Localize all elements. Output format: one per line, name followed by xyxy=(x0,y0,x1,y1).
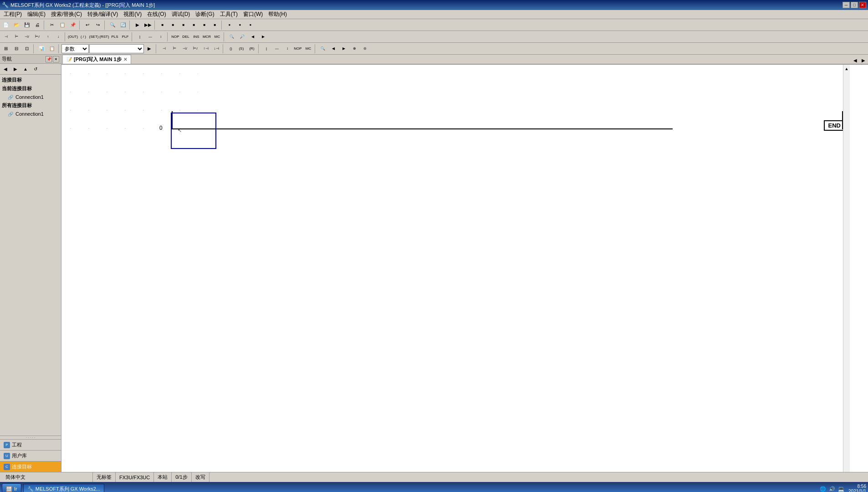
editor-tab-main[interactable]: 📝 [PRG]写入 MAIN 1步 ✕ xyxy=(62,55,131,64)
tb2-e5[interactable]: MC xyxy=(212,32,222,42)
tb2-d1[interactable]: | xyxy=(135,32,145,42)
tb2-f4[interactable]: ▶ xyxy=(258,32,268,42)
btn-a6[interactable]: ■ xyxy=(210,20,220,30)
tb2-b2[interactable]: ⊢ xyxy=(11,32,21,42)
program-canvas[interactable]: 0 ↖ END ▲ xyxy=(61,65,868,472)
btn-a5[interactable]: ■ xyxy=(199,20,209,30)
tb3-f5[interactable]: MC xyxy=(303,44,313,54)
tb2-e2[interactable]: DEL xyxy=(181,32,191,42)
tb3-e2[interactable]: (S) xyxy=(236,44,246,54)
tb2-b6[interactable]: ↓ xyxy=(53,32,63,42)
nav-item-connection1-all[interactable]: 🔗 Connection1 xyxy=(0,110,61,118)
nav-forward-button[interactable]: ▶ xyxy=(11,65,20,74)
menu-item-edit[interactable]: 编辑(E) xyxy=(25,10,48,19)
tb2-f1[interactable]: 🔍 xyxy=(227,32,237,42)
tb3-a3[interactable]: ⊡ xyxy=(22,44,32,54)
tb2-b3[interactable]: ⊣/ xyxy=(22,32,32,42)
btn-b3[interactable]: ● xyxy=(245,20,255,30)
tb2-e3[interactable]: INS xyxy=(191,32,201,42)
replace-button[interactable]: 🔄 xyxy=(118,20,128,30)
tb3-g5[interactable]: ⊝ xyxy=(360,44,370,54)
print-button[interactable]: 🖨 xyxy=(32,20,42,30)
new-button[interactable]: 📄 xyxy=(1,20,11,30)
btn-b2[interactable]: ● xyxy=(235,20,245,30)
tab-left-arrow[interactable]: ◀ xyxy=(852,57,859,64)
tb2-f3[interactable]: ◀ xyxy=(248,32,258,42)
tb3-g3[interactable]: ▶ xyxy=(339,44,349,54)
tb3-b2[interactable]: 📋 xyxy=(47,44,57,54)
btn-a3[interactable]: ■ xyxy=(179,20,189,30)
nav-tab-connection[interactable]: C 连接目标 xyxy=(0,461,61,472)
nav-tab-project[interactable]: P 工程 xyxy=(0,439,61,450)
redo-button[interactable]: ↪ xyxy=(93,20,103,30)
nav-item-connection1-current[interactable]: 🔗 Connection1 xyxy=(0,93,61,101)
btn-b1[interactable]: ● xyxy=(225,20,235,30)
menu-item-online[interactable]: 在线(O) xyxy=(144,10,168,19)
tb3-a1[interactable]: ⊞ xyxy=(1,44,11,54)
tb2-f2[interactable]: 🔎 xyxy=(237,32,247,42)
nav-resize-handle[interactable]: · · · · · xyxy=(0,436,61,439)
right-scroll-up[interactable]: ▲ xyxy=(845,67,849,71)
tb3-g2[interactable]: ◀ xyxy=(328,44,338,54)
tb3-g1[interactable]: 🔍 xyxy=(318,44,328,54)
compile-button[interactable]: ▶ xyxy=(133,20,143,30)
nav-refresh-button[interactable]: ↺ xyxy=(31,65,40,74)
tb3-e3[interactable]: (R) xyxy=(247,44,257,54)
tb2-b5[interactable]: ↑ xyxy=(43,32,53,42)
cut-button[interactable]: ✂ xyxy=(47,20,57,30)
tab-close-button[interactable]: ✕ xyxy=(123,57,127,62)
all-compile-button[interactable]: ▶▶ xyxy=(143,20,153,30)
nav-pin-button[interactable]: 📌 xyxy=(46,56,52,62)
taskbar-app-gxworks[interactable]: 🔧 MELSOFT系列 GX Works2... xyxy=(23,484,104,492)
title-bar-controls[interactable]: ─ □ ✕ xyxy=(842,2,866,8)
btn-a1[interactable]: ■ xyxy=(158,20,168,30)
minimize-button[interactable]: ─ xyxy=(842,2,850,8)
find-button[interactable]: 🔍 xyxy=(107,20,117,30)
menu-item-diagnose[interactable]: 诊断(G) xyxy=(193,10,217,19)
tb3-g4[interactable]: ⊕ xyxy=(349,44,359,54)
selected-cell[interactable] xyxy=(171,113,216,149)
tb2-d3[interactable]: ↕ xyxy=(156,32,166,42)
tb3-d4[interactable]: ⊢/ xyxy=(190,44,200,54)
tb3-f4[interactable]: NOP xyxy=(293,44,303,54)
nav-back-button[interactable]: ◀ xyxy=(1,65,10,74)
tb2-c6[interactable]: PLF xyxy=(120,32,130,42)
tb2-c3[interactable]: (SET) xyxy=(89,32,99,42)
menu-item-window[interactable]: 窗口(W) xyxy=(240,10,266,19)
start-button[interactable]: 🪟 Ir xyxy=(2,483,21,492)
tb3-a2[interactable]: ⊟ xyxy=(11,44,21,54)
tb3-d5[interactable]: ↑⊣ xyxy=(201,44,211,54)
maximize-button[interactable]: □ xyxy=(851,2,858,8)
btn-a2[interactable]: ■ xyxy=(168,20,178,30)
tb3-d3[interactable]: ⊣/ xyxy=(180,44,190,54)
func-select[interactable] xyxy=(89,44,144,53)
nav-up-button[interactable]: ▲ xyxy=(21,65,30,74)
menu-item-help[interactable]: 帮助(H) xyxy=(266,10,290,19)
tb2-c5[interactable]: PLS xyxy=(110,32,120,42)
tb2-e1[interactable]: NOP xyxy=(170,32,180,42)
save-button[interactable]: 💾 xyxy=(22,20,32,30)
tb3-c1[interactable]: ▶ xyxy=(144,44,154,54)
tab-scroll-arrows[interactable]: ◀ ▶ xyxy=(852,57,867,64)
tray-sound-icon[interactable]: 🔊 xyxy=(828,485,836,492)
menu-item-view[interactable]: 视图(V) xyxy=(121,10,144,19)
tb3-e1[interactable]: () xyxy=(226,44,236,54)
tray-system-icon[interactable]: 💻 xyxy=(837,485,845,492)
tb2-b4[interactable]: ⊢/ xyxy=(32,32,42,42)
nav-close-button[interactable]: ✕ xyxy=(53,56,59,62)
undo-button[interactable]: ↩ xyxy=(82,20,92,30)
copy-button[interactable]: 📋 xyxy=(57,20,67,30)
tb3-f2[interactable]: — xyxy=(272,44,282,54)
tab-right-arrow[interactable]: ▶ xyxy=(860,57,867,64)
menu-item-search[interactable]: 搜索/替换(C) xyxy=(48,10,85,19)
param-select[interactable]: 参数 xyxy=(61,44,89,53)
tb2-d2[interactable]: — xyxy=(145,32,155,42)
tb3-f1[interactable]: | xyxy=(261,44,271,54)
tb2-c4[interactable]: (RST) xyxy=(99,32,109,42)
paste-button[interactable]: 📌 xyxy=(68,20,78,30)
tb2-e4[interactable]: MCR xyxy=(202,32,212,42)
open-button[interactable]: 📂 xyxy=(11,20,21,30)
nav-header-controls[interactable]: 📌 ✕ xyxy=(46,56,59,62)
tb2-b1[interactable]: ⊣ xyxy=(1,32,11,42)
tb3-b1[interactable]: 📊 xyxy=(36,44,46,54)
